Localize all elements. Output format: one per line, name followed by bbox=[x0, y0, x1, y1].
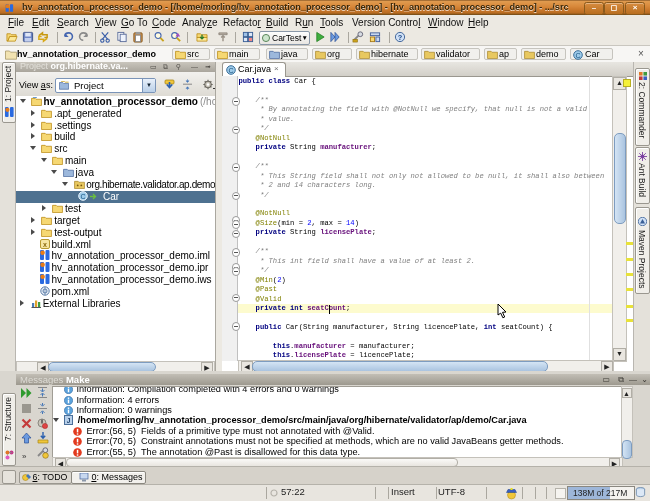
svg-text:J: J bbox=[67, 417, 71, 424]
svg-text:C: C bbox=[80, 192, 85, 199]
svg-text:C: C bbox=[575, 52, 580, 59]
svg-text:C: C bbox=[228, 66, 233, 73]
svg-text:?: ? bbox=[398, 32, 403, 41]
svg-text:x: x bbox=[43, 240, 47, 247]
